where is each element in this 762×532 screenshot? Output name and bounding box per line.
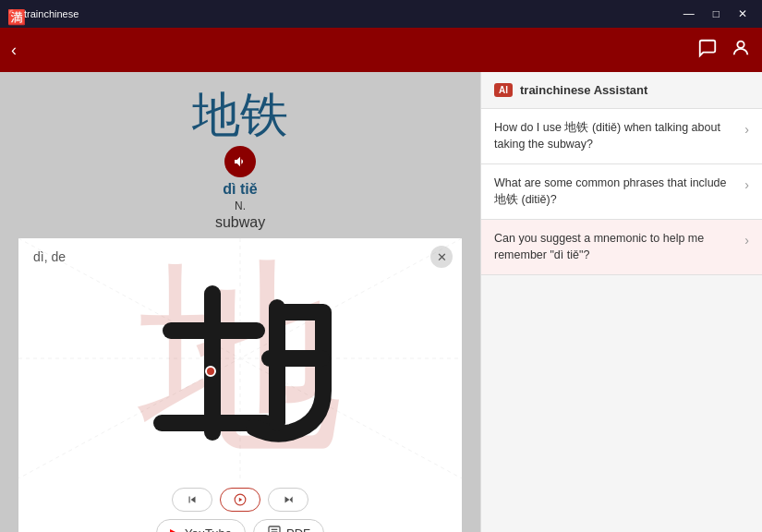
ai-suggestion-text: Can you suggest a mnemonic to help me re… bbox=[494, 231, 737, 263]
stroke-area: dì, de ✕ 地 bbox=[18, 238, 462, 532]
part-of-speech: N. bbox=[235, 200, 246, 212]
meaning: subway bbox=[215, 214, 265, 231]
stroke-position-indicator bbox=[205, 366, 216, 377]
audio-icon bbox=[224, 146, 256, 177]
char-display: 地 bbox=[18, 238, 462, 478]
title-bar-controls: — □ ✕ bbox=[676, 6, 755, 21]
ai-title: trainchinese Assistant bbox=[520, 83, 647, 97]
pdf-button[interactable]: PDF bbox=[253, 519, 324, 532]
stroke-controls: ▶ YouTube PDF bbox=[156, 478, 324, 532]
minimize-button[interactable]: — bbox=[676, 6, 702, 21]
ai-suggestions: How do I use 地铁 (ditiě) when talking abo… bbox=[481, 109, 762, 532]
play-button[interactable] bbox=[220, 488, 260, 512]
ai-suggestion-text: How do I use 地铁 (ditiě) when talking abo… bbox=[494, 120, 737, 152]
chevron-right-icon: › bbox=[744, 177, 749, 192]
svg-point-0 bbox=[737, 41, 744, 47]
ai-header: AI trainchinese Assistant bbox=[481, 72, 762, 109]
chat-button[interactable] bbox=[697, 38, 718, 63]
youtube-button[interactable]: ▶ YouTube bbox=[156, 519, 246, 532]
youtube-icon: ▶ bbox=[170, 526, 180, 532]
chinese-characters: 地铁 bbox=[192, 91, 288, 139]
header-icons bbox=[697, 38, 751, 63]
ai-panel: AI trainchinese Assistant How do I use 地… bbox=[480, 72, 762, 532]
title-bar-left: 🈵 trainchinese bbox=[7, 8, 79, 19]
ai-suggestion-item[interactable]: How do I use 地铁 (ditiě) when talking abo… bbox=[481, 109, 762, 164]
fast-forward-button[interactable] bbox=[268, 488, 308, 512]
resource-buttons: ▶ YouTube PDF bbox=[156, 519, 324, 532]
character-strokes bbox=[120, 238, 360, 478]
app-header: ‹ bbox=[0, 28, 762, 72]
youtube-label: YouTube bbox=[185, 526, 232, 533]
pdf-icon bbox=[267, 525, 282, 532]
chevron-right-icon: › bbox=[744, 233, 749, 248]
stroke-playback-buttons bbox=[172, 488, 308, 512]
pdf-label: PDF bbox=[286, 526, 310, 533]
ai-suggestion-item[interactable]: What are some common phrases that includ… bbox=[481, 164, 762, 220]
ai-suggestion-text: What are some common phrases that includ… bbox=[494, 175, 737, 208]
maximize-button[interactable]: □ bbox=[706, 6, 727, 21]
chevron-right-icon: › bbox=[744, 122, 749, 137]
back-button[interactable]: ‹ bbox=[11, 42, 17, 58]
profile-button[interactable] bbox=[731, 38, 751, 63]
pinyin: dì tiě bbox=[223, 181, 257, 198]
main-area: 地铁 dì tiě N. subway dì, de ✕ bbox=[0, 72, 762, 532]
ai-badge: AI bbox=[494, 83, 513, 97]
word-panel: 地铁 dì tiě N. subway dì, de ✕ bbox=[0, 72, 480, 532]
ai-suggestion-item[interactable]: Can you suggest a mnemonic to help me re… bbox=[481, 220, 762, 275]
rewind-button[interactable] bbox=[172, 488, 212, 512]
app-icon: 🈵 bbox=[7, 8, 18, 19]
app-title: trainchinese bbox=[24, 8, 79, 19]
title-bar: 🈵 trainchinese — □ ✕ bbox=[0, 0, 762, 28]
audio-button[interactable] bbox=[224, 146, 256, 177]
close-button[interactable]: ✕ bbox=[731, 6, 755, 21]
